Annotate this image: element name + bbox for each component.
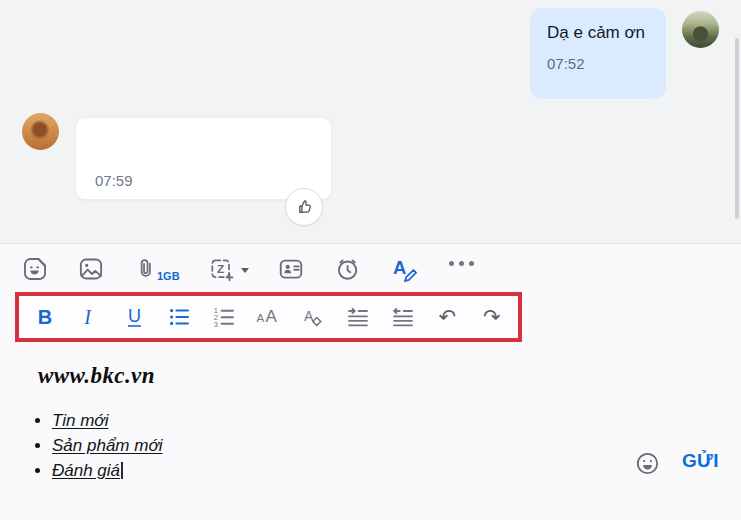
text-format-toolbar: B I U 1 2 3 A A xyxy=(15,292,522,342)
chat-window: Dạ e cảm ơn 07:52 07:59 xyxy=(0,0,741,520)
editor-heading[interactable]: www.bkc.vn xyxy=(38,363,155,389)
message-time: 07:52 xyxy=(547,55,649,72)
screen-capture-button[interactable]: Z xyxy=(208,255,249,283)
screen-capture-icon: Z xyxy=(208,255,236,283)
svg-text:Z: Z xyxy=(217,261,224,275)
image-icon xyxy=(77,255,105,283)
contact-card-icon xyxy=(277,255,305,283)
sticker-icon xyxy=(21,255,49,283)
editor-bullet-list[interactable]: Tin mới Sản phẩm mới Đánh giá xyxy=(52,412,162,487)
italic-button[interactable]: I xyxy=(75,300,105,334)
send-button[interactable]: GỬI xyxy=(682,450,719,472)
svg-text:3: 3 xyxy=(214,320,218,329)
avatar-incoming[interactable] xyxy=(22,113,59,150)
chevron-down-icon xyxy=(241,268,249,273)
list-item-text: Đánh giá xyxy=(52,461,120,480)
indent-increase-icon xyxy=(346,305,370,329)
attachment-limit-label: 1GB xyxy=(157,270,180,282)
text-color-button[interactable]: A xyxy=(298,300,328,334)
avatar-outgoing[interactable] xyxy=(682,11,719,48)
message-bubble-outgoing[interactable]: Dạ e cảm ơn 07:52 xyxy=(530,8,666,99)
svg-text:A: A xyxy=(393,256,406,277)
indent-decrease-icon xyxy=(391,305,415,329)
svg-text:A: A xyxy=(266,307,278,326)
like-button[interactable] xyxy=(285,188,323,226)
indent-decrease-button[interactable] xyxy=(388,300,418,334)
image-button[interactable] xyxy=(77,255,105,283)
sticker-button[interactable] xyxy=(21,255,49,283)
bullet-list-icon xyxy=(167,305,191,329)
composer-toolbar: 1GB Z xyxy=(0,245,741,292)
message-text: Dạ e cảm ơn xyxy=(547,23,649,43)
undo-button[interactable]: ↶ xyxy=(432,300,462,334)
scrollbar-thumb[interactable] xyxy=(735,38,739,219)
reminder-button[interactable] xyxy=(333,255,361,283)
format-text-button[interactable]: A xyxy=(389,254,421,284)
attach-file-button[interactable]: 1GB xyxy=(133,255,180,283)
list-item[interactable]: Đánh giá xyxy=(52,462,162,480)
bold-button[interactable]: B xyxy=(30,300,60,334)
text-color-icon: A xyxy=(301,305,325,329)
underline-button[interactable]: U xyxy=(119,300,149,334)
paperclip-icon xyxy=(133,255,159,283)
underline-label: U xyxy=(128,307,141,328)
smiley-icon xyxy=(634,450,661,477)
redo-button[interactable]: ↷ xyxy=(477,300,507,334)
emoji-button[interactable] xyxy=(632,448,662,478)
contact-card-button[interactable] xyxy=(277,255,305,283)
numbered-list-button[interactable]: 1 2 3 xyxy=(209,300,239,334)
alarm-clock-icon xyxy=(333,255,361,283)
ellipsis-icon xyxy=(449,261,474,266)
more-options-button[interactable] xyxy=(449,261,474,277)
thumbs-up-icon xyxy=(294,197,315,218)
bullet-list-button[interactable] xyxy=(164,300,194,334)
text-cursor xyxy=(121,462,123,479)
list-item[interactable]: Sản phẩm mới xyxy=(52,437,162,455)
indent-increase-button[interactable] xyxy=(343,300,373,334)
list-item[interactable]: Tin mới xyxy=(52,412,162,430)
message-history: Dạ e cảm ơn 07:52 07:59 xyxy=(0,0,741,244)
numbered-list-icon: 1 2 3 xyxy=(212,305,236,329)
svg-text:A: A xyxy=(257,312,265,324)
message-bubble-incoming[interactable]: 07:59 xyxy=(75,117,332,200)
font-size-button[interactable]: A A xyxy=(253,300,283,334)
format-text-icon: A xyxy=(389,254,421,284)
message-time: 07:59 xyxy=(95,172,133,189)
font-size-icon: A A xyxy=(255,305,281,329)
